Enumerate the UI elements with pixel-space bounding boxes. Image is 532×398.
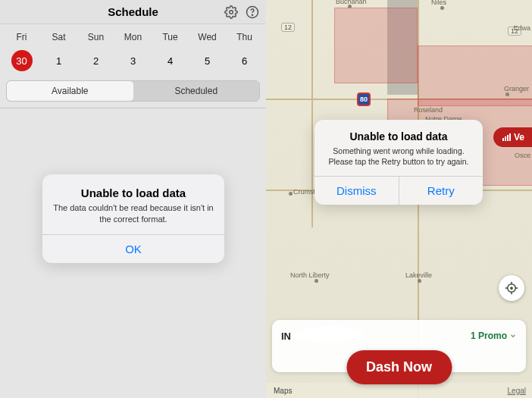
- region-label-text: IN: [281, 331, 291, 342]
- weekday-label: Fri: [3, 32, 40, 42]
- date-number: 30: [11, 50, 33, 71]
- weekday-label: Thu: [226, 32, 263, 42]
- alert-buttons: Dismiss Retry: [315, 176, 483, 205]
- gear-icon[interactable]: [224, 5, 239, 20]
- city-label: Niles: [431, 0, 446, 6]
- dash-now-button[interactable]: Dash Now: [346, 350, 452, 384]
- promo-label: 1 Promo: [471, 331, 507, 341]
- redaction-mark: [295, 326, 363, 343]
- crosshair-icon: [505, 281, 518, 295]
- divider: [0, 108, 266, 108]
- interstate-badge: 80: [357, 92, 371, 106]
- date-cell[interactable]: 2: [77, 50, 114, 71]
- alert-title: Unable to load data: [324, 130, 474, 143]
- schedule-screen: Schedule Fri Sat Sun Mon Tue Wed Thu 30 …: [0, 0, 266, 398]
- city-label: Buchanan: [336, 0, 367, 5]
- date-cell[interactable]: 4: [152, 50, 189, 71]
- help-icon[interactable]: [245, 5, 260, 20]
- date-number: 5: [197, 50, 218, 71]
- date-cell[interactable]: 30: [3, 50, 40, 71]
- alert-body: Unable to load data Something went wrong…: [315, 120, 483, 176]
- city-dot: [289, 192, 293, 196]
- segment-available[interactable]: Available: [7, 81, 133, 101]
- alert-dismiss-button[interactable]: Dismiss: [315, 177, 399, 205]
- city-dot: [505, 92, 509, 96]
- segment-scheduled[interactable]: Scheduled: [133, 81, 260, 101]
- dates-row: 30 1 2 3 4 5 6: [0, 45, 266, 80]
- promo-toggle[interactable]: 1 Promo: [471, 331, 517, 341]
- date-cell[interactable]: 6: [226, 50, 263, 71]
- svg-point-4: [510, 287, 513, 290]
- weekday-label: Tue: [152, 32, 189, 42]
- city-label: Osce: [515, 152, 530, 159]
- locate-button[interactable]: [499, 275, 524, 301]
- alert-retry-button[interactable]: Retry: [399, 177, 483, 205]
- segmented-control: Available Scheduled: [6, 80, 260, 102]
- legal-link[interactable]: Legal: [508, 387, 526, 395]
- weekday-label: Wed: [189, 32, 226, 42]
- city-label: Granger: [504, 85, 529, 92]
- alert-dialog: Unable to load data Something went wrong…: [315, 120, 483, 205]
- weekday-label: Mon: [114, 32, 152, 42]
- date-cell[interactable]: 1: [40, 50, 77, 71]
- signal-bars-icon: [502, 133, 511, 141]
- city-label: Lakeville: [405, 271, 432, 279]
- page-title: Schedule: [108, 5, 158, 18]
- header-bar: Schedule: [0, 0, 266, 24]
- weekday-row: Fri Sat Sun Mon Tue Wed Thu: [0, 24, 266, 45]
- highway-badge: 12: [281, 23, 295, 32]
- apple-maps-attribution: Maps: [272, 387, 292, 395]
- alert-message: The data couldn't be read because it isn…: [53, 202, 214, 225]
- city-dot: [440, 6, 444, 10]
- svg-point-0: [230, 10, 233, 14]
- busy-pill-label: Ve: [514, 132, 524, 143]
- map-zone: [418, 45, 532, 106]
- alert-message: Something went wrong while loading. Plea…: [324, 146, 474, 167]
- alert-ok-button[interactable]: OK: [42, 235, 224, 263]
- header-actions: [224, 5, 260, 20]
- date-number: 1: [49, 50, 70, 71]
- date-number: 3: [123, 50, 144, 71]
- alert-buttons: OK: [42, 234, 224, 263]
- map-screen: 12 12 80 Buchanan Niles Edwa Granger Ros…: [266, 0, 532, 398]
- region-label: IN: [281, 331, 291, 342]
- date-cell[interactable]: 3: [114, 50, 152, 71]
- chevron-down-icon: [509, 332, 517, 340]
- date-cell[interactable]: 5: [189, 50, 226, 71]
- city-dot: [418, 279, 421, 283]
- city-label: Edwa: [513, 24, 530, 32]
- weekday-label: Sun: [77, 32, 114, 42]
- busy-pill[interactable]: Ve: [493, 127, 532, 147]
- alert-body: Unable to load data The data couldn't be…: [42, 174, 224, 234]
- maps-label: Maps: [274, 387, 292, 395]
- city-label: North Liberty: [290, 271, 330, 279]
- svg-point-2: [252, 14, 252, 15]
- map-zone: [334, 8, 418, 83]
- alert-dialog: Unable to load data The data couldn't be…: [42, 174, 224, 263]
- city-dot: [315, 279, 318, 283]
- city-label: Roseland: [414, 106, 443, 114]
- weekday-label: Sat: [40, 32, 77, 42]
- map-footer: Maps Legal: [266, 383, 532, 398]
- alert-title: Unable to load data: [53, 186, 214, 199]
- date-number: 4: [160, 50, 181, 71]
- date-number: 2: [86, 50, 107, 71]
- date-number: 6: [234, 50, 255, 71]
